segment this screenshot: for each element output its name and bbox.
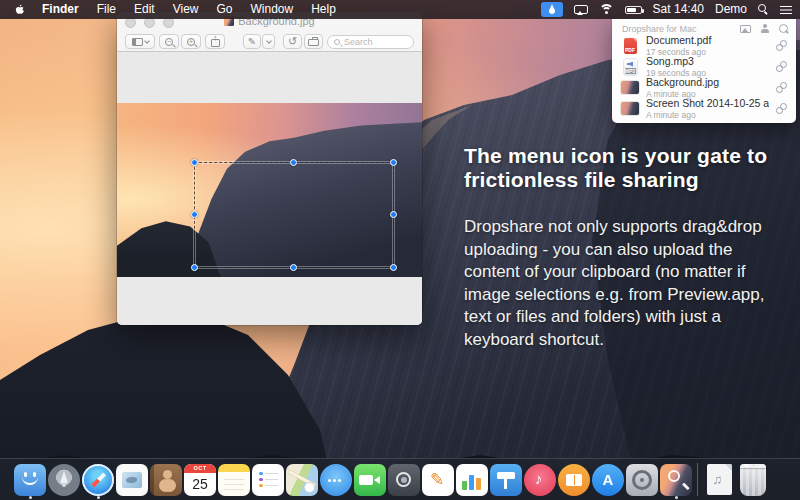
markup-toolbar-button[interactable] <box>304 34 323 49</box>
menu-finder[interactable]: Finder <box>33 2 88 16</box>
dock-item-launchpad[interactable] <box>47 461 81 499</box>
running-indicator <box>675 496 678 499</box>
share-icon <box>211 39 220 47</box>
selection-handle-middle-right[interactable] <box>390 211 397 218</box>
launchpad-icon <box>48 464 80 496</box>
share-button[interactable] <box>205 34 225 49</box>
reminders-icon <box>252 464 284 496</box>
dock-item-mail[interactable] <box>115 461 149 499</box>
selection-handle-top-middle[interactable] <box>290 159 297 166</box>
file-meta: Song.mp319 seconds ago <box>646 55 769 78</box>
itunes-icon <box>524 464 556 496</box>
dock-separator <box>693 461 702 499</box>
account-icon[interactable] <box>760 24 770 33</box>
file-row[interactable]: MP3Song.mp319 seconds ago <box>612 56 796 77</box>
water-drop-icon <box>549 8 555 14</box>
zoom-out-button[interactable]: − <box>159 34 179 49</box>
numbers-icon <box>456 464 488 496</box>
selection-handle-middle-left[interactable] <box>191 211 198 218</box>
search-field[interactable]: Search <box>327 35 414 49</box>
file-row[interactable]: PDFDocument.pdf17 seconds ago <box>612 35 796 56</box>
screenshot-icon[interactable] <box>740 25 751 33</box>
ibooks-icon <box>558 464 590 496</box>
rotate-button[interactable]: ↺ <box>283 34 302 49</box>
menu-window[interactable]: Window <box>242 2 303 16</box>
dock-item-keynote[interactable] <box>489 461 523 499</box>
dock-item-contacts[interactable] <box>149 461 183 499</box>
zoom-in-button[interactable]: + <box>181 34 201 49</box>
selection-handle-bottom-left[interactable] <box>191 264 198 271</box>
markup-button[interactable]: ✎ <box>243 34 261 49</box>
dock-item-notes[interactable] <box>217 461 251 499</box>
display-mirroring-icon[interactable] <box>574 5 588 14</box>
dock-item-preview[interactable] <box>659 461 693 499</box>
dock-item-trash[interactable] <box>736 461 770 499</box>
view-options-button[interactable] <box>125 34 155 49</box>
toolbox-icon <box>308 39 319 46</box>
menu-help[interactable]: Help <box>302 2 345 16</box>
battery-icon[interactable] <box>625 6 642 14</box>
copy-link-icon[interactable] <box>776 103 787 114</box>
opened-image[interactable] <box>117 103 422 277</box>
file-name: Screen Shot 2014-10-25 at 14.38.... <box>646 97 769 109</box>
settings-gear-icon[interactable] <box>779 24 788 33</box>
dock-item-finder[interactable] <box>13 461 47 499</box>
wifi-icon[interactable] <box>599 4 614 15</box>
file-row[interactable]: Background.jpgA minute ago <box>612 77 796 98</box>
dock-item-ibooks[interactable] <box>557 461 591 499</box>
music-file-icon <box>707 464 732 495</box>
user-menu[interactable]: Demo <box>715 0 747 19</box>
copy-link-icon[interactable] <box>776 82 787 93</box>
menu-bar-clock[interactable]: Sat 14:40 <box>653 0 704 19</box>
dock: OCT25 <box>0 458 800 500</box>
file-upload-time: A minute ago <box>646 110 769 120</box>
menu-bar: FinderFileEditViewGoWindowHelp Sat 14:40… <box>0 0 800 19</box>
dock-item-calendar[interactable]: OCT25 <box>183 461 217 499</box>
spotlight-search-icon[interactable] <box>758 4 769 15</box>
notification-center-icon[interactable] <box>780 5 792 15</box>
copy-link-icon[interactable] <box>776 61 787 72</box>
menu-items: FinderFileEditViewGoWindowHelp <box>33 0 345 19</box>
selection-marquee[interactable] <box>194 162 394 268</box>
pdf-file-icon: PDF <box>621 38 639 54</box>
dock-item-system-preferences[interactable] <box>625 461 659 499</box>
pages-icon <box>422 464 454 496</box>
maps-icon <box>286 464 318 496</box>
dock-item-maps[interactable] <box>285 461 319 499</box>
selection-handle-top-left[interactable] <box>191 159 198 166</box>
dock-item-itunes[interactable] <box>523 461 557 499</box>
copy-link-icon[interactable] <box>776 40 787 51</box>
apple-menu-icon[interactable] <box>12 2 27 17</box>
preview-toolbar: − + ✎ ↺ Search <box>117 33 422 52</box>
book-icon <box>566 474 582 486</box>
image-thumbnail <box>621 102 639 115</box>
running-indicator <box>97 496 100 499</box>
markup-dropdown-button[interactable] <box>262 34 275 49</box>
dropshare-header-icons <box>740 24 788 33</box>
selection-handle-bottom-right[interactable] <box>390 264 397 271</box>
dock-item-numbers[interactable] <box>455 461 489 499</box>
dock-item-photo-booth[interactable] <box>387 461 421 499</box>
chevron-down-icon <box>144 38 150 44</box>
dropshare-panel: Dropshare for Mac PDFDocument.pdf17 seco… <box>612 19 796 123</box>
menu-file[interactable]: File <box>88 2 125 16</box>
separator-line <box>697 463 698 496</box>
dock-item-reminders[interactable] <box>251 461 285 499</box>
dock-item-pages[interactable] <box>421 461 455 499</box>
menu-edit[interactable]: Edit <box>125 2 164 16</box>
menu-view[interactable]: View <box>164 2 208 16</box>
file-type-badge: MP3 <box>625 68 636 74</box>
dock-item-safari[interactable] <box>81 461 115 499</box>
file-row[interactable]: Screen Shot 2014-10-25 at 14.38....A min… <box>612 98 796 119</box>
menu-go[interactable]: Go <box>208 2 242 16</box>
selection-handle-top-right[interactable] <box>390 159 397 166</box>
contacts-icon <box>150 464 182 496</box>
dock-item-facetime[interactable] <box>353 461 387 499</box>
selection-handle-bottom-middle[interactable] <box>290 264 297 271</box>
dock-item-messages[interactable] <box>319 461 353 499</box>
dock-item-app-store[interactable] <box>591 461 625 499</box>
dock-item-music-file[interactable] <box>702 461 736 499</box>
sidebar-icon <box>132 38 143 46</box>
search-icon <box>334 39 340 45</box>
dropshare-menubar-icon[interactable] <box>541 2 563 17</box>
